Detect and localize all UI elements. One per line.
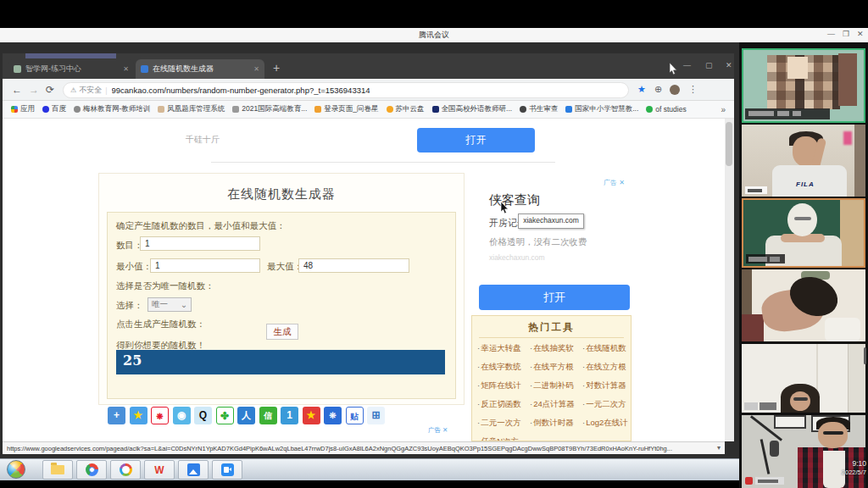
tool-link[interactable]: ·倒数计时器	[530, 418, 574, 429]
browser-minimize-icon[interactable]: —	[683, 61, 691, 69]
select-value: 唯一	[152, 299, 168, 310]
bookmark-shusheng[interactable]: 书生审查	[520, 104, 558, 114]
bookmark-question-bank[interactable]: 凤凰题库管理系统	[158, 104, 225, 114]
tool-link[interactable]: ·在线字数统	[477, 362, 521, 373]
ad-close-icon: ✕	[619, 179, 625, 186]
tool-link[interactable]: ·在线随机数	[582, 343, 626, 354]
kaixin-share-icon[interactable]: ✤	[216, 407, 234, 424]
tool-link[interactable]: ·反正切函数	[477, 399, 521, 410]
participant-video-3[interactable]	[742, 198, 865, 268]
bookmark-wenjuanxing[interactable]: 登录页面_问卷星	[314, 104, 378, 114]
url-text: 99cankao.com/numbers/random-number-gener…	[112, 86, 370, 95]
tool-link[interactable]: ·在线平方根	[530, 362, 574, 373]
print-share-icon[interactable]: ⊞	[367, 407, 385, 424]
participant-video-6[interactable]	[742, 415, 865, 488]
ad-line2: 价格透明，没有二次收费	[489, 236, 587, 248]
sidebar-scrollbar[interactable]	[864, 347, 866, 364]
maximize-button[interactable]: ❐	[843, 30, 849, 38]
taskbar-meeting-button[interactable]	[212, 460, 242, 480]
min-input[interactable]	[150, 258, 260, 273]
qq-share-icon[interactable]: Q	[194, 407, 212, 424]
forward-icon[interactable]: →	[29, 84, 39, 96]
minimize-button[interactable]: —	[827, 30, 835, 38]
tool-link[interactable]: ·Log2在线计	[582, 418, 628, 429]
wechat-share-icon[interactable]: 信	[259, 407, 277, 424]
recording-badge	[745, 477, 753, 485]
participant-video-1[interactable]	[742, 48, 865, 123]
new-tab-button[interactable]: +	[273, 61, 280, 75]
page-scrollbar[interactable]	[725, 119, 734, 441]
tool-link[interactable]: ·一元二次方	[582, 399, 626, 410]
browser-close-icon[interactable]: ✕	[726, 61, 732, 69]
count-input[interactable]	[140, 236, 260, 251]
ad-open-button[interactable]: 打开	[479, 285, 630, 310]
bookmark-baidu[interactable]: 百度	[42, 104, 66, 114]
poco-share-icon[interactable]: ◉	[173, 407, 191, 424]
scrollbar-thumb[interactable]	[726, 122, 732, 166]
bookmark-smart-education[interactable]: 国家中小学智慧教...	[565, 104, 638, 114]
bookmark-apps[interactable]: 应用	[11, 104, 35, 114]
reload-icon[interactable]: ⟳	[46, 84, 54, 96]
taskbar-chrome-button[interactable]	[76, 460, 107, 480]
play-favicon	[646, 106, 653, 113]
address-bar[interactable]: ⚠ 不安全 | 99cankao.com/numbers/random-numb…	[63, 82, 629, 98]
tool-link[interactable]: ·二进制补码	[530, 380, 574, 391]
image-favicon	[158, 106, 164, 113]
bookmark-label: 应用	[20, 104, 35, 114]
bookmark-star-icon[interactable]: ★	[637, 84, 646, 95]
tool-link[interactable]: ·24点计算器	[530, 399, 575, 410]
yixin-share-icon[interactable]: 1	[281, 407, 298, 424]
tool-link[interactable]: ·二元一次方	[477, 418, 521, 429]
taskbar-app-button[interactable]	[110, 460, 141, 480]
bookmark-label: 国家中小学智慧教...	[575, 104, 638, 114]
weibo-share-icon[interactable]: ❋	[151, 407, 169, 424]
bookmarks-overflow-chevron[interactable]: »	[721, 105, 726, 114]
ad-badge-small[interactable]: 广告 ✕	[428, 426, 448, 435]
participant-video-2[interactable]: FILA	[742, 125, 865, 197]
tab-close-icon[interactable]: ✕	[253, 65, 259, 73]
participant-video-5[interactable]	[742, 344, 865, 413]
generate-button[interactable]: 生成	[266, 324, 298, 340]
install-icon[interactable]: ⊕	[654, 84, 662, 95]
participant-name-label	[760, 402, 776, 410]
ad-badge[interactable]: 广告 ✕	[604, 178, 625, 187]
tool-link[interactable]: ·矩阵在线计	[477, 380, 521, 391]
link-tooltip: xiakechaxun.com	[518, 214, 584, 229]
unique-select[interactable]: 唯一 ⌄	[147, 297, 192, 312]
tab-random-generator[interactable]: 在线随机数生成器 ✕	[136, 59, 264, 79]
tool-link[interactable]: ·在线抽奖软	[530, 343, 574, 354]
renren-share-icon[interactable]: 人	[237, 407, 255, 424]
taskbar-wps-button[interactable]: W	[144, 460, 175, 480]
start-button[interactable]	[7, 460, 25, 479]
baidu-share-icon[interactable]: ❊	[324, 407, 342, 424]
tab-zhixuewang[interactable]: 智学网-练习中心 ✕	[8, 59, 134, 79]
close-button[interactable]: ✕	[857, 30, 864, 38]
tieba-share-icon[interactable]: 贴	[346, 407, 364, 424]
ring-app-icon	[120, 463, 132, 476]
bookmark-label: 苏中云盘	[396, 104, 425, 114]
bookmark-edu-training[interactable]: 梅林教育网-教师培训	[74, 104, 150, 114]
menu-kebab-icon[interactable]: ⋮	[688, 84, 698, 95]
bshare-plus-icon[interactable]: +	[108, 407, 125, 424]
participant-video-4[interactable]	[742, 269, 865, 341]
qzone-share-icon[interactable]: ★	[130, 407, 147, 424]
bookmark-2021-education[interactable]: 2021国际高端教育...	[232, 104, 307, 114]
tool-link[interactable]: ·在线立方根	[582, 362, 626, 373]
bookmark-foreign-language-teachers[interactable]: 全国高校外语教师研...	[432, 104, 513, 114]
tab-close-icon[interactable]: ✕	[123, 65, 129, 73]
taskbar-photos-button[interactable]	[178, 460, 209, 480]
ad-title-link[interactable]: 侠客查询	[489, 192, 540, 208]
max-input[interactable]	[298, 258, 409, 273]
tool-link[interactable]: ·幸运大转盘	[477, 343, 521, 354]
participant-name-label	[755, 477, 784, 485]
taskbar-explorer-button[interactable]	[42, 460, 73, 480]
bookmark-of-studies[interactable]: of studies	[646, 105, 686, 114]
tool-link[interactable]: ·对数计算器	[582, 380, 626, 391]
favorite-share-icon[interactable]: ★	[303, 407, 320, 424]
clock-time: 9:10	[836, 459, 866, 469]
top-open-button[interactable]: 打开	[417, 128, 535, 152]
profile-avatar[interactable]	[670, 85, 680, 95]
browser-maximize-icon[interactable]: ▢	[705, 61, 713, 69]
back-icon[interactable]: ←	[12, 84, 22, 96]
bookmark-suzhong-cloud[interactable]: 苏中云盘	[387, 104, 425, 114]
